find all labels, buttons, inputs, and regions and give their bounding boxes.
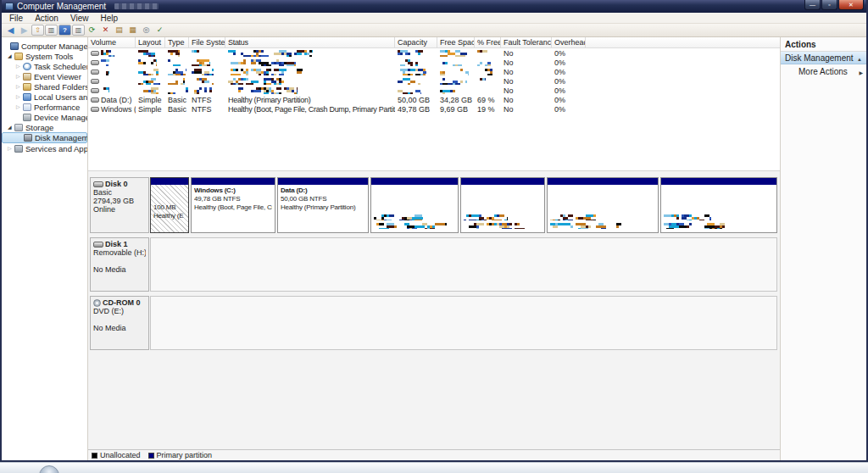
volume-name: Windows (C:)	[101, 105, 136, 114]
tree-expander-icon[interactable]	[16, 93, 23, 100]
collapse-icon[interactable]	[857, 53, 862, 63]
menu-item[interactable]: Action	[29, 14, 64, 23]
redacted-pixels	[168, 78, 185, 85]
partition[interactable]: Data (D:) 50,00 GB NTFS Healthy (Primary…	[277, 177, 369, 233]
refresh-icon[interactable]: ⟳	[86, 25, 98, 36]
column-header[interactable]: Overhead	[552, 37, 586, 47]
partition[interactable]	[660, 177, 777, 233]
partition-size: 50,00 GB NTFS	[281, 195, 365, 203]
disk-label[interactable]: Disk 0 Basic 2794,39 GB Online	[90, 177, 149, 233]
volume-row[interactable]: Windows (C:) Simple Basic	[88, 104, 780, 114]
start-button[interactable]	[39, 465, 59, 473]
tree-expander-icon[interactable]	[16, 73, 23, 80]
redacted-pixels	[398, 59, 420, 66]
percent-free-cell	[475, 78, 501, 85]
local-users-icon	[23, 93, 31, 101]
tree-expander-icon[interactable]	[16, 103, 23, 110]
minimize-button[interactable]: —	[804, 0, 821, 10]
partition[interactable]: Windows (C:) 49,78 GB NTFS Healthy (Boot…	[191, 177, 275, 233]
file-system-cell	[189, 59, 225, 66]
redacted-pixels	[168, 69, 186, 75]
partition[interactable]	[547, 177, 659, 233]
console-tree-toggle-icon[interactable]: ▥	[45, 25, 58, 36]
legend-item: Unallocated	[92, 451, 141, 459]
export-list-icon[interactable]: ⇧	[31, 25, 44, 36]
disk-label[interactable]: Disk 1 Removable (H:) No Media	[90, 237, 149, 292]
tree-item-computer-management[interactable]: Computer Management	[2, 41, 87, 51]
volume-row[interactable]: Data (D:) Simple Basic	[88, 95, 780, 104]
tree-item-task-scheduler[interactable]: Task Scheduler	[2, 61, 87, 71]
tree-expander-icon[interactable]	[16, 83, 23, 90]
fault-tolerance-cell: No	[501, 49, 552, 58]
open-folder-icon[interactable]: ▦	[126, 25, 139, 36]
redacted-pixels	[440, 50, 467, 57]
tree-item-event-viewer[interactable]: Event Viewer	[2, 71, 87, 81]
type-cell	[165, 50, 189, 57]
redacted-title-text	[114, 3, 159, 9]
partition-status	[664, 203, 774, 212]
restore-button[interactable]: ▫	[821, 0, 837, 10]
partition-size	[550, 195, 655, 203]
redacted-pixels	[398, 78, 423, 85]
tree-item-local-users-and-groups[interactable]: Local Users and Gr	[2, 92, 87, 102]
delete-icon[interactable]: ✕	[99, 25, 112, 36]
help-icon[interactable]: ?	[58, 25, 71, 36]
column-header[interactable]: File System	[189, 37, 225, 47]
actions-group-disk-management[interactable]: Disk Management	[781, 52, 866, 64]
menu-item[interactable]: File	[3, 14, 29, 23]
volume-row[interactable]: No 0%	[88, 58, 780, 67]
percent-free-cell	[475, 87, 501, 94]
volume-row[interactable]: No 0%	[88, 48, 780, 58]
menu-item[interactable]: View	[64, 14, 95, 23]
tree-item-device-manager[interactable]: Device Manager	[2, 112, 87, 122]
redacted-pixels	[138, 87, 159, 94]
column-header[interactable]: Layout	[136, 37, 165, 47]
partition[interactable]	[370, 177, 459, 233]
column-header[interactable]: Type	[165, 37, 189, 47]
status-cell	[225, 50, 395, 57]
tree-item-shared-folders[interactable]: Shared Folders	[2, 81, 87, 92]
unallocated-swatch	[92, 453, 97, 459]
status-cell	[225, 59, 395, 66]
volume-row[interactable]: No 0%	[88, 86, 780, 95]
column-header[interactable]: Free Space	[437, 37, 475, 47]
tree-item-disk-management[interactable]: Disk Management	[2, 132, 87, 143]
tree-expander-icon[interactable]	[16, 63, 23, 70]
forward-icon[interactable]: ▶	[18, 25, 31, 36]
redacted-pixels	[374, 223, 447, 229]
back-icon[interactable]: ◀	[4, 25, 17, 36]
percent-free-cell	[475, 69, 501, 75]
close-button[interactable]: ✕	[838, 0, 864, 10]
partition[interactable]	[460, 177, 545, 233]
submenu-arrow-icon[interactable]	[859, 67, 863, 76]
column-header[interactable]: Fault Tolerance	[501, 37, 552, 47]
column-header[interactable]: % Free	[475, 37, 501, 47]
tree-item-system-tools[interactable]: System Tools	[2, 51, 87, 61]
tree-item-services-and-applications[interactable]: Services and Applicat	[2, 143, 87, 153]
action-pane-toggle-icon[interactable]: ▥	[72, 25, 85, 36]
tree-item-performance[interactable]: Performance	[2, 102, 87, 112]
column-header[interactable]: Capacity	[395, 37, 437, 47]
redacted-pixels	[464, 223, 525, 229]
tree-expander-icon[interactable]	[8, 124, 14, 131]
apply-icon[interactable]: ✓	[153, 25, 166, 36]
type-cell: Basic	[165, 105, 189, 114]
menubar: File Action View Help	[2, 13, 866, 24]
tree-expander-icon[interactable]	[8, 145, 14, 152]
tree-expander-icon[interactable]	[8, 53, 14, 59]
column-header[interactable]: Status	[225, 37, 395, 47]
volume-cell	[88, 69, 136, 75]
more-actions-item[interactable]: More Actions	[781, 64, 866, 79]
volume-row[interactable]: No 0%	[88, 76, 780, 86]
partition[interactable]: 100 MB Healthy (E	[150, 177, 189, 233]
column-header[interactable]: Volume	[88, 37, 136, 47]
tree-item-storage[interactable]: Storage	[2, 122, 87, 132]
volume-row[interactable]: No 0%	[88, 67, 780, 76]
partition-status	[550, 203, 655, 212]
find-icon[interactable]: ◎	[140, 25, 153, 36]
disk-label[interactable]: CD-ROM 0 DVD (E:) No Media	[90, 296, 149, 350]
computer-management-window: Computer Management — ▫ ✕ File Action Vi…	[0, 0, 868, 462]
redacted-pixels	[192, 50, 200, 57]
menu-item[interactable]: Help	[94, 14, 124, 23]
properties-icon[interactable]: ▤	[113, 25, 125, 36]
